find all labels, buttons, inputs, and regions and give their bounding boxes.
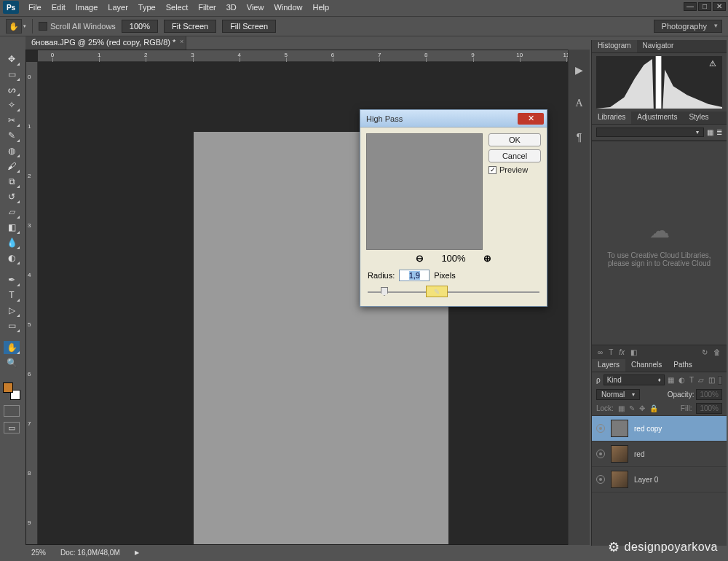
library-picker[interactable]: ▾ <box>596 128 704 137</box>
scroll-all-checkbox[interactable]: Scroll All Windows <box>39 22 116 31</box>
filter-smart-icon[interactable]: ◫ <box>708 376 715 384</box>
visibility-toggle[interactable] <box>596 450 605 458</box>
tab-layers[interactable]: Layers <box>592 359 625 372</box>
tab-paths[interactable]: Paths <box>668 359 698 372</box>
layer-name[interactable]: red copy <box>634 425 662 433</box>
tab-libraries[interactable]: Libraries <box>592 111 631 124</box>
fill-screen-button[interactable]: Fill Screen <box>222 20 276 33</box>
menu-filter[interactable]: Filter <box>193 1 221 13</box>
grid-view-icon[interactable]: ▦ <box>707 128 713 136</box>
tab-adjustments[interactable]: Adjustments <box>631 111 683 124</box>
warning-icon[interactable]: ⚠ <box>709 59 716 68</box>
opacity-value[interactable]: 100% <box>696 389 722 400</box>
menu-select[interactable]: Select <box>161 1 194 13</box>
type-tool[interactable]: T <box>4 289 20 302</box>
play-icon[interactable]: ▶ <box>575 64 583 76</box>
filter-adjust-icon[interactable]: ◐ <box>678 376 685 384</box>
brush-tool[interactable]: 🖌 <box>4 160 20 173</box>
lasso-tool[interactable]: ᔕ <box>4 83 20 96</box>
tab-histogram[interactable]: Histogram <box>592 40 637 52</box>
dodge-tool[interactable]: ◐ <box>4 251 20 264</box>
fx-icon[interactable]: fx <box>619 348 625 356</box>
layer-row[interactable]: red <box>592 442 727 467</box>
paragraph-panel-icon[interactable]: ¶ <box>577 131 582 143</box>
lock-position-icon[interactable]: ✎ <box>629 404 635 412</box>
path-selection-tool[interactable]: ▷ <box>4 304 20 317</box>
menu-layer[interactable]: Layer <box>103 1 133 13</box>
zoom-in-icon[interactable]: ⊕ <box>483 253 491 264</box>
layer-thumbnail[interactable] <box>611 471 628 488</box>
filter-shape-icon[interactable]: ▱ <box>698 376 704 384</box>
tab-channels[interactable]: Channels <box>625 359 668 372</box>
menu-file[interactable]: File <box>23 1 47 13</box>
fill-value[interactable]: 100% <box>696 403 722 414</box>
preview-checkbox[interactable]: ✓Preview <box>488 165 541 174</box>
filter-pixel-icon[interactable]: ▦ <box>668 376 674 384</box>
trash-icon[interactable]: 🗑 <box>713 348 721 356</box>
fill-swatch-icon[interactable]: ◧ <box>630 348 637 356</box>
blur-tool[interactable]: 💧 <box>4 236 20 249</box>
screen-mode-toggle[interactable]: ▭ <box>4 422 20 434</box>
link-icon[interactable]: ∞ <box>598 348 603 356</box>
move-tool[interactable]: ✥ <box>4 52 20 66</box>
visibility-toggle[interactable] <box>596 424 605 433</box>
filter-type-icon[interactable]: T <box>689 376 694 384</box>
menu-window[interactable]: Window <box>269 1 307 13</box>
zoom-out-icon[interactable]: ⊖ <box>416 253 424 264</box>
eyedropper-tool[interactable]: ✎ <box>4 129 20 142</box>
menu-help[interactable]: Help <box>308 1 335 13</box>
status-doc-info[interactable]: Doc: 16,0M/48,0M <box>60 549 120 557</box>
cancel-button[interactable]: Cancel <box>488 149 541 162</box>
tab-navigator[interactable]: Navigator <box>637 40 680 52</box>
quick-mask-toggle[interactable] <box>4 405 20 417</box>
layer-row[interactable]: red copy <box>592 416 727 442</box>
minimize-button[interactable]: — <box>684 2 697 11</box>
workspace-picker[interactable]: Photography <box>654 20 722 33</box>
dialog-close-button[interactable]: ✕ <box>518 113 544 125</box>
dialog-titlebar[interactable]: High Pass ✕ <box>360 110 547 128</box>
status-arrow-icon[interactable]: ▶ <box>135 549 139 556</box>
visibility-toggle[interactable] <box>596 475 605 484</box>
blend-mode-picker[interactable]: Normal▾ <box>596 389 640 400</box>
filter-toggle[interactable] <box>718 376 722 385</box>
color-swatches[interactable] <box>3 382 20 400</box>
layer-row[interactable]: Layer 0 <box>592 467 727 493</box>
menu-edit[interactable]: Edit <box>47 1 71 13</box>
lock-move-icon[interactable]: ✥ <box>639 404 645 412</box>
slider-thumb[interactable] <box>381 287 388 296</box>
lock-pixels-icon[interactable]: ▦ <box>618 404 625 412</box>
shape-tool[interactable]: ▭ <box>4 319 20 332</box>
layer-thumbnail[interactable] <box>611 420 628 437</box>
close-tab-icon[interactable]: × <box>180 38 183 45</box>
history-brush-tool[interactable]: ↺ <box>4 190 20 203</box>
sync-icon[interactable]: ↻ <box>702 348 708 356</box>
maximize-button[interactable]: □ <box>698 2 711 11</box>
list-view-icon[interactable]: ≣ <box>716 128 722 136</box>
tab-styles[interactable]: Styles <box>683 111 714 124</box>
healing-brush-tool[interactable]: ◍ <box>4 144 20 157</box>
menu-image[interactable]: Image <box>71 1 103 13</box>
filter-preview[interactable] <box>366 133 483 250</box>
zoom-100-button[interactable]: 100% <box>122 20 158 33</box>
fit-screen-button[interactable]: Fit Screen <box>164 20 216 33</box>
stamp-tool[interactable]: ⧉ <box>4 175 20 188</box>
hand-tool-icon[interactable]: ✋ <box>6 19 22 34</box>
marquee-tool[interactable]: ▭ <box>4 68 20 81</box>
magic-wand-tool[interactable]: ✧ <box>4 98 20 111</box>
zoom-tool[interactable]: 🔍 <box>4 356 20 369</box>
ok-button[interactable]: OK <box>488 133 541 146</box>
gradient-tool[interactable]: ◧ <box>4 221 20 234</box>
layer-filter-kind[interactable]: Kind♦ <box>604 374 665 385</box>
menu-view[interactable]: View <box>242 1 269 13</box>
radius-input[interactable]: 1,9 <box>399 270 430 281</box>
menu-type[interactable]: Type <box>133 1 161 13</box>
hand-tool[interactable]: ✋ <box>4 341 20 354</box>
status-zoom[interactable]: 25% <box>31 549 46 557</box>
pen-tool[interactable]: ✒ <box>4 273 20 286</box>
layer-name[interactable]: Layer 0 <box>634 476 658 484</box>
menu-3d[interactable]: 3D <box>221 1 242 13</box>
crop-tool[interactable]: ✂ <box>4 114 20 127</box>
type-style-icon[interactable]: T <box>609 348 613 356</box>
eraser-tool[interactable]: ▱ <box>4 205 20 219</box>
close-window-button[interactable]: ✕ <box>713 2 726 11</box>
